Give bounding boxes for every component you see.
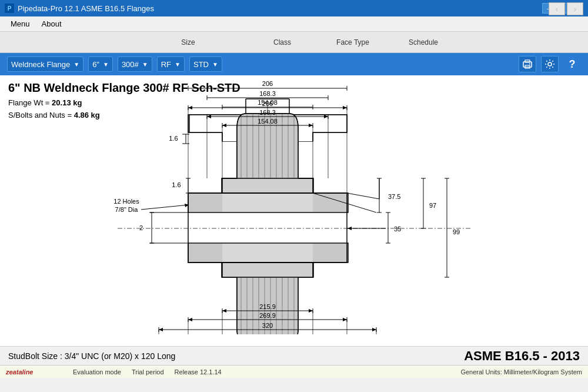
svg-line-87 bbox=[141, 205, 189, 210]
svg-marker-97 bbox=[188, 318, 192, 321]
main-content: 6" NB Weldneck Flange 300# RF Sch-STD Fl… bbox=[0, 75, 588, 346]
size-dropdown[interactable]: 6" ▼ bbox=[88, 57, 113, 72]
flange-weight: Flange Wt = 20.13 kg bbox=[8, 97, 240, 109]
selector-bar: Size Class Face Type Schedule bbox=[0, 32, 588, 53]
settings-button[interactable] bbox=[541, 56, 559, 72]
svg-rect-36 bbox=[313, 194, 348, 212]
flange-title: 6" NB Weldneck Flange 300# RF Sch-STD bbox=[8, 81, 240, 95]
status-bar: zeataline Evaluation mode Trial period R… bbox=[0, 365, 588, 378]
svg-rect-50 bbox=[222, 263, 313, 277]
dim-1-6: 1.6 bbox=[169, 135, 178, 142]
selector-label-schedule: Schedule bbox=[388, 38, 459, 46]
dim-269-9: 269.9 bbox=[259, 312, 276, 319]
dim-206: 206 bbox=[262, 80, 273, 87]
toolbar: Weldneck Flange ▼ 6" ▼ 300# ▼ RF ▼ STD ▼… bbox=[0, 53, 588, 75]
svg-rect-2 bbox=[525, 60, 530, 62]
selector-label-facetype: Face Type bbox=[318, 38, 388, 46]
dim-320: 320 bbox=[262, 322, 273, 329]
schedule-dropdown[interactable]: STD ▼ bbox=[189, 57, 222, 72]
bolts-weight: S/Bolts and Nuts = 4.86 kg bbox=[8, 109, 240, 122]
svg-point-4 bbox=[548, 62, 552, 66]
flange-type-arrow-icon: ▼ bbox=[74, 61, 79, 68]
selector-label-class: Class bbox=[247, 38, 318, 46]
menu-item-menu[interactable]: Menu bbox=[5, 18, 36, 29]
dim-99: 99 bbox=[453, 228, 460, 235]
holes-count-text: 12 Holes bbox=[113, 198, 139, 205]
dim-35: 35 bbox=[394, 225, 401, 232]
dim-168-3-top: 168.3 bbox=[259, 109, 276, 116]
help-button[interactable]: ? bbox=[563, 56, 581, 72]
svg-marker-108 bbox=[343, 106, 347, 109]
face-arrow-icon: ▼ bbox=[175, 61, 181, 68]
titlebar: P Pipedata-Pro 12.1 ASME B16.5 Flanges –… bbox=[0, 0, 588, 16]
eval-mode: Evaluation mode bbox=[71, 368, 123, 376]
svg-marker-98 bbox=[343, 318, 347, 321]
app-icon: P bbox=[5, 4, 14, 13]
dim-206-top: 206 bbox=[262, 100, 273, 107]
dim-97: 97 bbox=[429, 202, 436, 209]
menu-item-about[interactable]: About bbox=[36, 18, 68, 29]
svg-line-137 bbox=[347, 193, 379, 199]
asme-standard: ASME B16.5 - 2013 bbox=[464, 348, 580, 364]
svg-marker-102 bbox=[159, 328, 163, 331]
svg-marker-81 bbox=[348, 227, 352, 230]
svg-marker-103 bbox=[372, 328, 376, 331]
trial-period: Trial period bbox=[129, 368, 166, 376]
svg-marker-93 bbox=[309, 309, 313, 313]
release-version: Release 12.1.14 bbox=[172, 368, 224, 376]
holes-dia-text: 7/8" Dia bbox=[115, 206, 139, 213]
svg-rect-37 bbox=[222, 179, 313, 193]
svg-point-3 bbox=[529, 64, 530, 65]
dim-168-3: 168.3 bbox=[259, 90, 276, 97]
nav-forward-button[interactable]: › bbox=[567, 2, 583, 15]
dim-215-9: 215.9 bbox=[259, 303, 276, 310]
dim-37-5: 37.5 bbox=[388, 193, 400, 200]
info-bar: StudBolt Size : 3/4" UNC (or M20) x 120 … bbox=[0, 346, 588, 365]
dim-2: 2 bbox=[139, 224, 143, 231]
class-dropdown[interactable]: 300# ▼ bbox=[118, 57, 152, 72]
units-info: General Units: Millimeter/Kilogram Syste… bbox=[455, 368, 588, 376]
face-dropdown[interactable]: RF ▼ bbox=[157, 57, 185, 72]
nav-back-button[interactable]: ‹ bbox=[549, 2, 565, 15]
menubar: Menu About ‹ › bbox=[0, 16, 588, 32]
flange-type-dropdown[interactable]: Weldneck Flange ▼ bbox=[7, 57, 83, 72]
svg-marker-92 bbox=[222, 309, 226, 313]
brand-name: zeataline bbox=[0, 368, 71, 376]
dim-154-08-top: 154.08 bbox=[258, 118, 278, 125]
svg-rect-48 bbox=[189, 244, 222, 262]
svg-rect-35 bbox=[189, 194, 222, 212]
svg-rect-49 bbox=[313, 244, 348, 262]
selector-label-size: Size bbox=[129, 38, 247, 46]
stud-bolt-info: StudBolt Size : 3/4" UNC (or M20) x 120 … bbox=[8, 351, 175, 361]
dim-1-6-top: 1.6 bbox=[172, 181, 181, 188]
print-button[interactable] bbox=[519, 56, 536, 72]
window-title: Pipedata-Pro 12.1 ASME B16.5 Flanges bbox=[18, 4, 542, 13]
class-arrow-icon: ▼ bbox=[142, 61, 148, 68]
size-arrow-icon: ▼ bbox=[103, 61, 109, 68]
schedule-arrow-icon: ▼ bbox=[212, 61, 218, 68]
